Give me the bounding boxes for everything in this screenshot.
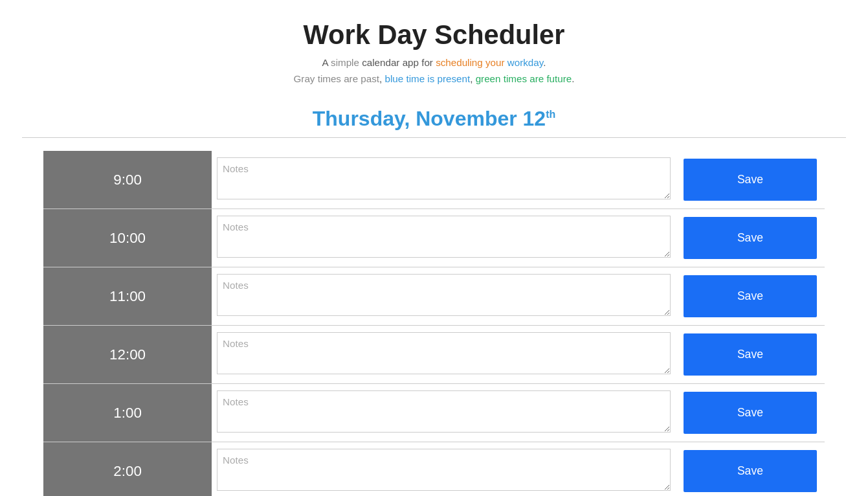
table-row: 1:00Save <box>43 384 825 442</box>
notes-cell <box>212 384 676 442</box>
table-row: 11:00Save <box>43 267 825 326</box>
table-row: 9:00Save <box>43 151 825 209</box>
save-cell: Save <box>676 267 825 326</box>
save-cell: Save <box>676 151 825 209</box>
time-cell: 2:00 <box>43 442 212 497</box>
save-cell: Save <box>676 209 825 267</box>
save-cell: Save <box>676 442 825 497</box>
time-cell: 11:00 <box>43 267 212 326</box>
notes-input[interactable] <box>217 274 671 316</box>
legend-gray: Gray times are past <box>294 73 380 84</box>
legend-green: green times are future <box>476 73 572 84</box>
subtitle-workday: workday <box>507 57 543 68</box>
header-divider <box>22 137 847 138</box>
notes-cell <box>212 326 676 384</box>
table-row: 12:00Save <box>43 326 825 384</box>
time-cell: 1:00 <box>43 384 212 442</box>
day-superscript: th <box>546 109 555 120</box>
notes-input[interactable] <box>217 157 671 199</box>
time-cell: 9:00 <box>43 151 212 209</box>
save-button[interactable]: Save <box>684 275 817 317</box>
scheduler-table: 9:00Save10:00Save11:00Save12:00Save1:00S… <box>43 151 825 496</box>
notes-cell <box>212 151 676 209</box>
notes-input[interactable] <box>217 216 671 258</box>
notes-cell <box>212 267 676 326</box>
page-header: Work Day Scheduler A simple calendar app… <box>0 0 868 94</box>
save-button[interactable]: Save <box>684 333 817 376</box>
save-button[interactable]: Save <box>684 392 817 434</box>
legend-blue: blue time is present <box>385 73 471 84</box>
notes-input[interactable] <box>217 390 671 433</box>
save-button[interactable]: Save <box>684 450 817 492</box>
notes-input[interactable] <box>217 449 671 491</box>
legend-text: Gray times are past, blue time is presen… <box>13 73 855 84</box>
page-title: Work Day Scheduler <box>13 19 855 51</box>
time-cell: 10:00 <box>43 209 212 267</box>
subtitle-simple: simple <box>331 57 359 68</box>
save-cell: Save <box>676 384 825 442</box>
save-cell: Save <box>676 326 825 384</box>
current-day-heading: Thursday, November 12th <box>0 107 868 131</box>
time-cell: 12:00 <box>43 326 212 384</box>
notes-input[interactable] <box>217 332 671 374</box>
save-button[interactable]: Save <box>684 159 817 201</box>
notes-cell <box>212 442 676 497</box>
save-button[interactable]: Save <box>684 217 817 259</box>
table-row: 2:00Save <box>43 442 825 497</box>
table-row: 10:00Save <box>43 209 825 267</box>
notes-cell <box>212 209 676 267</box>
subtitle-your: your <box>485 57 505 68</box>
subtitle: A simple calendar app for scheduling you… <box>13 57 855 68</box>
subtitle-scheduling: scheduling <box>436 57 483 68</box>
